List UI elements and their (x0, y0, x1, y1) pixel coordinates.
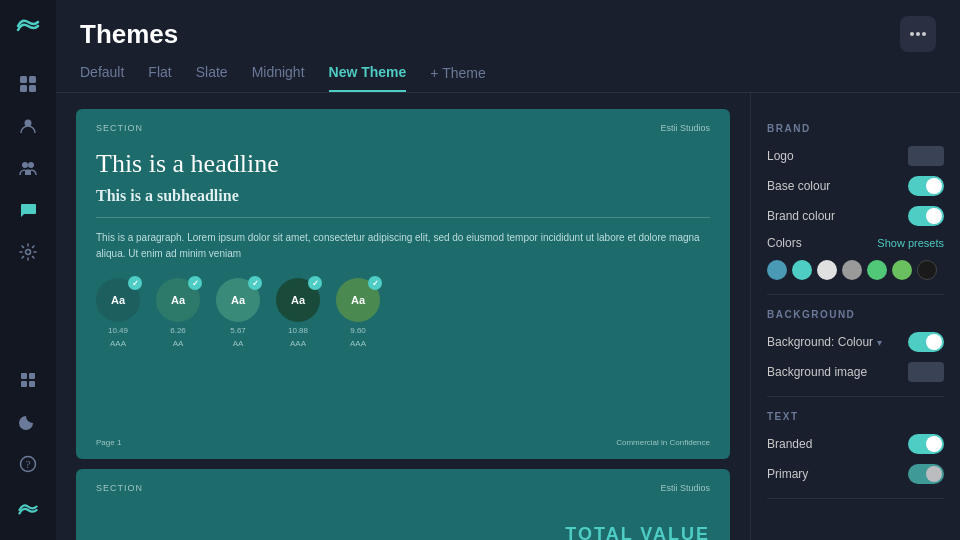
background-section-title: BACKGROUND (767, 309, 944, 320)
base-colour-row: Base colour (767, 176, 944, 196)
preview-pane: SECTION Estii Studios This is a headline… (56, 93, 750, 540)
tab-add[interactable]: + Theme (430, 65, 485, 91)
card-subheadline: This is a subheadline (96, 187, 710, 205)
circle-check-2: ✓ (188, 276, 202, 290)
brand-colour-label: Brand colour (767, 209, 835, 223)
chat-icon[interactable] (10, 192, 46, 228)
grid-icon[interactable] (10, 66, 46, 102)
dot3 (922, 32, 926, 36)
card-header-row: SECTION Estii Studios (96, 123, 710, 133)
primary-label: Primary (767, 467, 808, 481)
tab-slate[interactable]: Slate (196, 64, 228, 92)
color-swatch-green[interactable] (867, 260, 887, 280)
page-title: Themes (80, 19, 178, 50)
svg-rect-11 (29, 381, 35, 387)
show-presets-button[interactable]: Show presets (877, 237, 944, 249)
svg-rect-3 (29, 85, 36, 92)
bg-colour-dropdown[interactable]: Background: Colour ▾ (767, 335, 882, 349)
tab-new-theme[interactable]: New Theme (329, 64, 407, 92)
color-swatch-teal-blue[interactable] (767, 260, 787, 280)
card-divider (96, 217, 710, 218)
color-swatches (767, 260, 944, 280)
card-confidential: Commercial in Confidence (616, 438, 710, 447)
brand-colour-knob (926, 208, 942, 224)
circle-score-1: 10.49 (108, 326, 128, 335)
circle-grade-3: AA (233, 339, 244, 348)
color-swatch-light-green[interactable] (892, 260, 912, 280)
colors-header: Colors Show presets (767, 236, 944, 250)
sidebar: ? (0, 0, 56, 540)
sidebar-logo[interactable] (14, 12, 42, 44)
circle-grade-5: AAA (350, 339, 366, 348)
brand-colour-toggle[interactable] (908, 206, 944, 226)
color-swatch-black[interactable] (917, 260, 937, 280)
circle-score-4: 10.88 (288, 326, 308, 335)
primary-toggle[interactable] (908, 464, 944, 484)
brand-section: BRAND Logo Base colour Brand colour (767, 109, 944, 295)
circle-check-4: ✓ (308, 276, 322, 290)
dot1 (910, 32, 914, 36)
primary-knob (926, 466, 942, 482)
circle-check-3: ✓ (248, 276, 262, 290)
colors-label: Colors (767, 236, 802, 250)
svg-text:?: ? (26, 458, 31, 470)
bg-colour-toggle[interactable] (908, 332, 944, 352)
tab-midnight[interactable]: Midnight (252, 64, 305, 92)
user-icon[interactable] (10, 108, 46, 144)
base-colour-toggle[interactable] (908, 176, 944, 196)
logo-bottom-icon[interactable] (10, 492, 46, 528)
help-icon[interactable]: ? (10, 446, 46, 482)
card-section-label: SECTION (96, 123, 143, 133)
circle-grade-4: AAA (290, 339, 306, 348)
circle-4: Aa ✓ (276, 278, 320, 322)
tab-flat[interactable]: Flat (148, 64, 171, 92)
group-icon[interactable] (10, 150, 46, 186)
data-icon[interactable] (10, 362, 46, 398)
bg-image-swatch[interactable] (908, 362, 944, 382)
bg-image-label: Background image (767, 365, 867, 379)
main-area: Themes Default Flat Slate Midnight New T… (56, 0, 960, 540)
branded-toggle[interactable] (908, 434, 944, 454)
color-swatch-gray[interactable] (842, 260, 862, 280)
moon-icon[interactable] (10, 404, 46, 440)
circle-label-3: Aa (231, 294, 245, 306)
circle-item-1: Aa ✓ 10.49 AAA (96, 278, 140, 348)
circle-score-2: 6.26 (170, 326, 186, 335)
card-headline: This is a headline (96, 149, 710, 179)
settings-icon[interactable] (10, 234, 46, 270)
bg-colour-row: Background: Colour ▾ (767, 332, 944, 352)
logo-row: Logo (767, 146, 944, 166)
color-swatch-teal[interactable] (792, 260, 812, 280)
background-section: BACKGROUND Background: Colour ▾ Backgrou… (767, 295, 944, 397)
brand-section-title: BRAND (767, 123, 944, 134)
svg-rect-10 (21, 381, 27, 387)
circle-label-1: Aa (111, 294, 125, 306)
logo-swatch[interactable] (908, 146, 944, 166)
bg-colour-label: Background: Colour (767, 335, 873, 349)
circle-2: Aa ✓ (156, 278, 200, 322)
circle-item-4: Aa ✓ 10.88 AAA (276, 278, 320, 348)
color-swatch-light-gray[interactable] (817, 260, 837, 280)
base-colour-label: Base colour (767, 179, 830, 193)
tab-default[interactable]: Default (80, 64, 124, 92)
chevron-down-icon: ▾ (877, 337, 882, 348)
bg-colour-knob (926, 334, 942, 350)
right-panel: BRAND Logo Base colour Brand colour (750, 93, 960, 540)
contrast-circles: Aa ✓ 10.49 AAA Aa ✓ 6.26 AA (96, 278, 710, 348)
circle-grade-1: AAA (110, 339, 126, 348)
circle-3: Aa ✓ (216, 278, 260, 322)
tabs-bar: Default Flat Slate Midnight New Theme + … (56, 52, 960, 93)
card-page: Page 1 (96, 438, 121, 447)
dot2 (916, 32, 920, 36)
circle-5: Aa ✓ (336, 278, 380, 322)
header: Themes (56, 0, 960, 52)
more-button[interactable] (900, 16, 936, 52)
circle-item-3: Aa ✓ 5.67 AA (216, 278, 260, 348)
circle-check-5: ✓ (368, 276, 382, 290)
svg-point-5 (22, 162, 28, 168)
card2-chart-title: TOTAL VALUE (565, 524, 710, 541)
svg-rect-9 (29, 373, 35, 379)
circle-label-4: Aa (291, 294, 305, 306)
bg-image-row: Background image (767, 362, 944, 382)
card-footer: Page 1 Commercial in Confidence (96, 438, 710, 447)
